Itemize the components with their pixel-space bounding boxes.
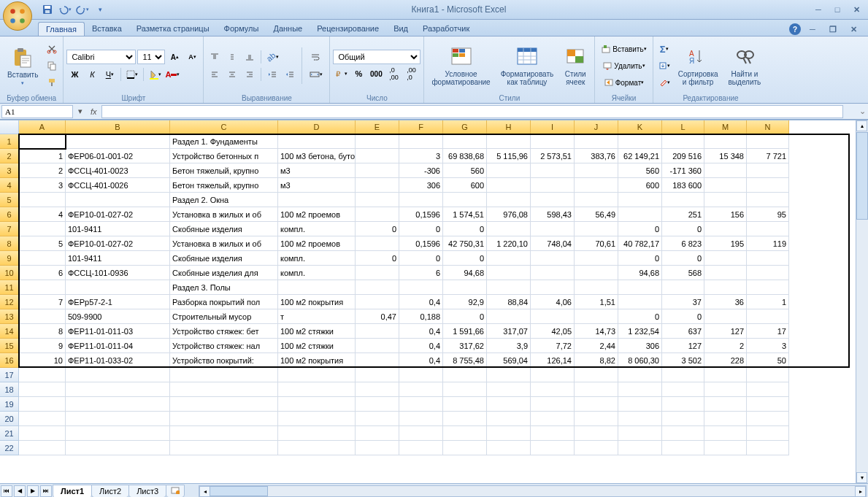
- cell-D9[interactable]: компл.: [278, 251, 356, 266]
- formula-expand[interactable]: ⌄: [856, 107, 868, 116]
- cell-N18[interactable]: [747, 382, 789, 397]
- cell-M22[interactable]: [704, 441, 747, 455]
- row-header-5[interactable]: 5: [0, 193, 19, 207]
- cell-E21[interactable]: [356, 426, 399, 441]
- cell-D3[interactable]: м3: [278, 163, 356, 178]
- cell-F2[interactable]: 3: [399, 149, 443, 163]
- cell-N3[interactable]: [747, 163, 789, 178]
- col-header-J[interactable]: J: [575, 120, 618, 134]
- ribbon-tab-4[interactable]: Данные: [266, 22, 310, 36]
- row-header-12[interactable]: 12: [0, 295, 19, 309]
- cell-A6[interactable]: 4: [19, 207, 66, 222]
- comma-format[interactable]: 000: [368, 66, 384, 82]
- cell-D19[interactable]: [278, 397, 356, 412]
- conditional-formatting[interactable]: Условное форматирование: [427, 44, 494, 88]
- cell-B5[interactable]: [66, 193, 170, 207]
- align-center[interactable]: [224, 66, 240, 82]
- cell-F16[interactable]: 0,4: [399, 353, 443, 368]
- cell-N17[interactable]: [747, 368, 789, 382]
- cell-G14[interactable]: 1 591,66: [443, 324, 487, 339]
- format-as-table[interactable]: Форматировать как таблицу: [496, 44, 558, 88]
- cell-F4[interactable]: 306: [399, 178, 443, 193]
- cell-N22[interactable]: [747, 441, 789, 455]
- sheet-tab-2[interactable]: Лист3: [128, 485, 166, 498]
- cell-D17[interactable]: [278, 368, 356, 382]
- italic-button[interactable]: К: [84, 66, 100, 82]
- cell-M11[interactable]: [704, 280, 747, 295]
- cell-H1[interactable]: [487, 134, 531, 149]
- cell-K11[interactable]: [618, 280, 662, 295]
- cell-H22[interactable]: [487, 441, 531, 455]
- cell-B9[interactable]: 101-9411: [66, 251, 170, 266]
- cell-H18[interactable]: [487, 382, 531, 397]
- number-format-select[interactable]: Общий: [333, 50, 420, 64]
- cell-C11[interactable]: Раздел 3. Полы: [170, 280, 278, 295]
- cell-K4[interactable]: 600: [618, 178, 662, 193]
- cell-H10[interactable]: [487, 266, 531, 280]
- cell-J10[interactable]: [575, 266, 618, 280]
- cell-H3[interactable]: [487, 163, 531, 178]
- formula-input[interactable]: [101, 105, 843, 118]
- cell-J8[interactable]: 70,61: [575, 236, 618, 251]
- format-cells[interactable]: Формат▾: [598, 74, 649, 90]
- row-header-7[interactable]: 7: [0, 222, 19, 236]
- cell-B8[interactable]: ФЕР10-01-027-02: [66, 236, 170, 251]
- cell-M9[interactable]: [704, 251, 747, 266]
- paste-button[interactable]: Вставить ▾: [3, 45, 42, 88]
- cell-I9[interactable]: [531, 251, 575, 266]
- cell-I13[interactable]: [531, 309, 575, 324]
- grow-font[interactable]: A▴: [166, 49, 183, 65]
- cell-C5[interactable]: Раздел 2. Окна: [170, 193, 278, 207]
- fill-color-button[interactable]: ▾: [147, 66, 163, 82]
- cell-B16[interactable]: ФЕР11-01-033-02: [66, 353, 170, 368]
- office-button[interactable]: [3, 1, 32, 31]
- cell-D10[interactable]: компл.: [278, 266, 356, 280]
- cell-F10[interactable]: 6: [399, 266, 443, 280]
- cell-D22[interactable]: [278, 441, 356, 455]
- cell-B20[interactable]: [66, 412, 170, 426]
- ribbon-tab-6[interactable]: Вид: [386, 22, 415, 36]
- cell-K18[interactable]: [618, 382, 662, 397]
- cell-N6[interactable]: 95: [747, 207, 789, 222]
- cell-A8[interactable]: 5: [19, 236, 66, 251]
- select-all-cell[interactable]: [0, 120, 19, 134]
- cell-K17[interactable]: [618, 368, 662, 382]
- cell-I6[interactable]: 598,43: [531, 207, 575, 222]
- cell-B15[interactable]: ФЕР11-01-011-04: [66, 339, 170, 353]
- cell-A15[interactable]: 9: [19, 339, 66, 353]
- ribbon-tab-1[interactable]: Вставка: [85, 22, 129, 36]
- sheet-nav-last[interactable]: ⏭: [40, 485, 52, 497]
- cell-E7[interactable]: 0: [356, 222, 399, 236]
- cell-E16[interactable]: [356, 353, 399, 368]
- cell-I8[interactable]: 748,04: [531, 236, 575, 251]
- cell-C16[interactable]: Устройство покрытий:: [170, 353, 278, 368]
- col-header-H[interactable]: H: [487, 120, 531, 134]
- orientation-button[interactable]: ab▾: [264, 49, 280, 65]
- row-header-17[interactable]: 17: [0, 368, 19, 382]
- wrap-text[interactable]: [306, 49, 326, 65]
- cell-E12[interactable]: [356, 295, 399, 309]
- cell-K10[interactable]: 94,68: [618, 266, 662, 280]
- cell-E6[interactable]: [356, 207, 399, 222]
- format-painter-button[interactable]: [44, 74, 60, 90]
- cell-J15[interactable]: 2,44: [575, 339, 618, 353]
- cell-C17[interactable]: [170, 368, 278, 382]
- cell-G17[interactable]: [443, 368, 487, 382]
- cell-A12[interactable]: 7: [19, 295, 66, 309]
- cell-L9[interactable]: 0: [662, 251, 704, 266]
- cell-M21[interactable]: [704, 426, 747, 441]
- cell-L7[interactable]: 0: [662, 222, 704, 236]
- cell-L15[interactable]: 127: [662, 339, 704, 353]
- cell-M2[interactable]: 15 348: [704, 149, 747, 163]
- cell-D4[interactable]: м3: [278, 178, 356, 193]
- cell-I11[interactable]: [531, 280, 575, 295]
- underline-button[interactable]: Ч▾: [101, 66, 118, 82]
- cell-B10[interactable]: ФССЦ-101-0936: [66, 266, 170, 280]
- cell-E15[interactable]: [356, 339, 399, 353]
- row-header-16[interactable]: 16: [0, 353, 19, 368]
- cell-C19[interactable]: [170, 397, 278, 412]
- cell-A2[interactable]: 1: [19, 149, 66, 163]
- row-header-14[interactable]: 14: [0, 324, 19, 339]
- align-top[interactable]: [207, 49, 223, 65]
- cell-G1[interactable]: [443, 134, 487, 149]
